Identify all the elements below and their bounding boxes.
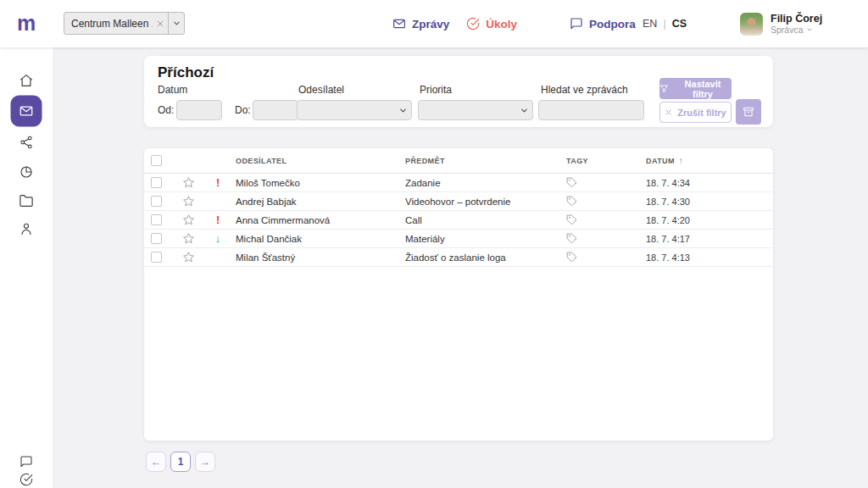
table-row[interactable]: ↓ Michal Dančiak Materiály 18. 7. 4:17 — [144, 230, 773, 248]
topbar: m Centrum Malleen ... Zprávy — [0, 0, 868, 47]
envelope-icon — [19, 104, 34, 119]
table-row[interactable]: ! Miloš Tomečko Zadanie 18. 7. 4:34 — [144, 174, 773, 192]
app-logo[interactable]: m — [17, 11, 35, 36]
sender-cell: Andrej Babjak — [232, 192, 402, 210]
row-checkbox[interactable] — [151, 177, 162, 188]
subject-cell: Zadanie — [402, 174, 563, 191]
column-header-tags[interactable]: TAGY — [563, 148, 643, 173]
table-row[interactable]: Milan Šťastný Žiadosť o zaslanie loga 18… — [144, 248, 773, 267]
user-role[interactable]: Správca — [771, 25, 822, 35]
date-filter-label: Datum — [158, 84, 187, 96]
main-nav: Zprávy Úkoly Podpora — [392, 0, 636, 47]
table-body: ! Miloš Tomečko Zadanie 18. 7. 4:34 Andr… — [144, 174, 773, 267]
next-page-button[interactable]: → — [195, 452, 215, 472]
priority-filter-select[interactable] — [418, 100, 533, 120]
language-switcher: EN | CS — [643, 0, 687, 47]
date-cell: 18. 7. 4:30 — [643, 192, 773, 210]
sidebar-item-share[interactable] — [19, 136, 34, 150]
priority-icon: ! — [216, 214, 220, 226]
priority-icon: ↓ — [215, 232, 221, 245]
star-icon[interactable] — [182, 214, 195, 226]
filter-panel: Příchozí Datum Od: Do: Odesílatel Priori… — [144, 56, 773, 127]
date-cell: 18. 7. 4:17 — [643, 230, 773, 247]
folder-icon — [19, 193, 34, 208]
check-circle-icon — [19, 473, 33, 486]
lang-en[interactable]: EN — [643, 18, 657, 30]
check-circle-icon — [466, 17, 480, 30]
messages-table: ODESÍLATEL PŘEDMĚT TAGY DATUM ↑ ! Miloš … — [144, 148, 773, 441]
date-to-input[interactable] — [253, 100, 298, 120]
nav-podpora[interactable]: Podpora — [570, 17, 636, 30]
star-icon[interactable] — [182, 176, 195, 189]
tag-icon[interactable] — [566, 196, 577, 207]
row-checkbox[interactable] — [151, 214, 162, 225]
date-cell: 18. 7. 4:34 — [643, 174, 773, 191]
table-row[interactable]: ! Anna Cimmermanová Call 18. 7. 4:20 — [144, 211, 773, 230]
sidebar-item-files[interactable] — [19, 193, 34, 208]
sidebar-item-reports[interactable] — [19, 165, 34, 180]
nav-ukoly-label: Úkoly — [486, 18, 517, 30]
page-title: Příchozí — [158, 64, 214, 81]
sidebar-item-home[interactable] — [19, 73, 34, 88]
sidebar-item-chat[interactable] — [19, 455, 33, 469]
home-icon — [19, 73, 34, 88]
set-filters-label: Nastavit filtry — [674, 79, 732, 99]
tag-icon[interactable] — [566, 252, 577, 263]
star-icon[interactable] — [182, 232, 195, 245]
user-name: Filip Čorej — [771, 13, 822, 25]
column-header-sender[interactable]: ODESÍLATEL — [232, 148, 402, 173]
star-icon[interactable] — [182, 251, 195, 263]
column-header-date[interactable]: DATUM ↑ — [643, 148, 773, 173]
select-all-checkbox[interactable] — [151, 155, 162, 166]
sort-ascending-icon[interactable]: ↑ — [679, 156, 683, 165]
column-header-subject[interactable]: PŘEDMĚT — [402, 148, 563, 173]
chevron-down-icon — [398, 106, 411, 115]
sidebar-item-contacts[interactable] — [19, 222, 34, 236]
user-menu[interactable]: Filip Čorej Správca — [740, 0, 822, 47]
sender-cell: Michal Dančiak — [232, 230, 402, 247]
subject-cell: Materiály — [402, 230, 563, 247]
table-row[interactable]: Andrej Babjak Videohovor – potvrdenie 18… — [144, 192, 773, 211]
sender-cell: Miloš Tomečko — [232, 174, 402, 191]
sender-filter-select[interactable] — [297, 100, 412, 120]
chevron-down-icon — [520, 106, 532, 115]
sender-cell: Anna Cimmermanová — [232, 211, 402, 229]
sidebar — [0, 47, 53, 488]
sidebar-item-tasks[interactable] — [19, 473, 33, 486]
page-1-button[interactable]: 1 — [170, 452, 191, 472]
row-checkbox[interactable] — [151, 252, 162, 263]
set-filters-button[interactable]: Nastavit filtry — [659, 78, 732, 99]
date-to-label: Do: — [235, 104, 251, 116]
row-checkbox[interactable] — [151, 233, 162, 244]
person-icon — [19, 222, 34, 236]
lang-cs[interactable]: CS — [672, 18, 687, 30]
star-icon[interactable] — [182, 195, 195, 208]
sender-cell: Milan Šťastný — [232, 248, 402, 266]
tag-icon[interactable] — [566, 214, 577, 225]
user-role-label: Správca — [771, 25, 804, 35]
funnel-icon — [659, 84, 669, 93]
chevron-down-icon[interactable] — [169, 19, 184, 28]
tag-icon[interactable] — [566, 177, 577, 188]
date-cell: 18. 7. 4:13 — [643, 248, 773, 266]
archive-icon — [743, 106, 754, 118]
date-from-input[interactable] — [176, 100, 222, 120]
priority-filter-label: Priorita — [420, 84, 452, 96]
nav-zpravy[interactable]: Zprávy — [392, 17, 449, 30]
prev-page-button[interactable]: ← — [146, 452, 166, 472]
workspace-select[interactable]: Centrum Malleen ... — [64, 12, 185, 35]
nav-zpravy-label: Zprávy — [412, 18, 449, 30]
row-checkbox[interactable] — [151, 196, 162, 207]
chat-icon — [570, 17, 583, 30]
nav-ukoly[interactable]: Úkoly — [466, 17, 517, 30]
search-input[interactable] — [538, 100, 644, 120]
chevron-down-icon — [806, 26, 813, 33]
clear-filters-button[interactable]: Zrušit filtry — [659, 102, 732, 123]
clear-selection-icon[interactable] — [153, 19, 168, 28]
pie-chart-icon — [19, 165, 34, 180]
avatar — [740, 13, 763, 36]
table-header-row: ODESÍLATEL PŘEDMĚT TAGY DATUM ↑ — [144, 148, 773, 174]
tag-icon[interactable] — [566, 233, 577, 244]
archive-button[interactable] — [736, 99, 761, 125]
sidebar-item-messages-active[interactable] — [11, 96, 42, 127]
